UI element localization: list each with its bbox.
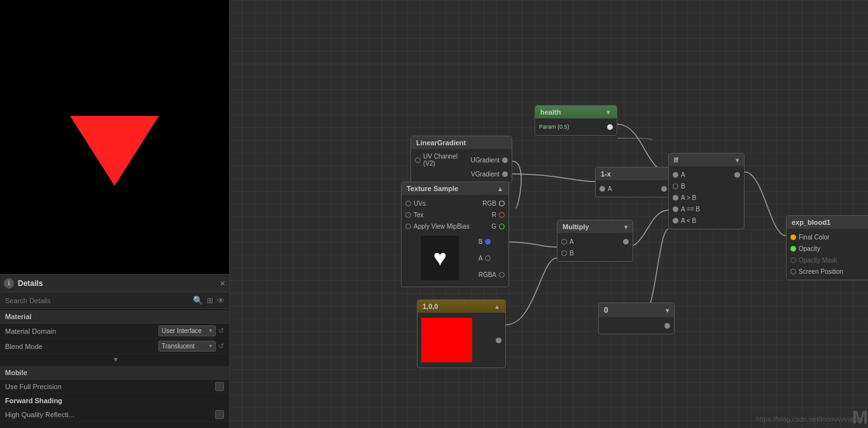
use-full-precision-checkbox[interactable] bbox=[215, 382, 224, 391]
node-health-header: health ▼ bbox=[535, 106, 617, 118]
material-domain-label: Material Domain bbox=[5, 327, 158, 335]
pin-uvchannel-left: UV Channel (V2) bbox=[415, 153, 470, 167]
eye-icon[interactable]: 👁 bbox=[215, 296, 227, 305]
pin-if-alb-in bbox=[673, 218, 678, 224]
pin-b-out bbox=[485, 239, 491, 245]
collapse-arrow[interactable]: ▼ bbox=[113, 356, 119, 363]
use-full-precision-row: Use Full Precision bbox=[0, 380, 229, 394]
node-color100-expand[interactable]: ▲ bbox=[494, 303, 500, 310]
node-health-title: health bbox=[540, 108, 561, 116]
forward-shading-label: Forward Shading bbox=[5, 397, 224, 404]
node-lineargradient[interactable]: LinearGradient UV Channel (V2) UGradient… bbox=[410, 136, 512, 183]
node-texturesample-title: Texture Sample bbox=[407, 185, 458, 192]
forward-shading-section: Forward Shading bbox=[0, 394, 229, 408]
node-health-subtitle: Param (0.5) bbox=[539, 124, 570, 130]
node-texturesample-body: UVs RGB Tex R Ap bbox=[402, 195, 508, 287]
use-full-precision-label: Use Full Precision bbox=[5, 383, 215, 390]
pin-tex-row: Tex R bbox=[402, 209, 508, 220]
material-domain-value: User Interface Surface Deferred Decal ↺ bbox=[158, 325, 224, 336]
material-domain-reset[interactable]: ↺ bbox=[218, 327, 224, 335]
color100-preview-row bbox=[417, 315, 505, 365]
pin-ugradient-out bbox=[502, 157, 508, 163]
pin-rgba-out bbox=[499, 272, 505, 278]
node-expblood1-body: Final Color Opacity Opacity Mask Screen … bbox=[787, 229, 868, 280]
pin-tex bbox=[405, 212, 411, 218]
color-preview-red bbox=[421, 318, 472, 362]
pin-oneminusx-out bbox=[661, 186, 667, 192]
blend-mode-select[interactable]: Translucent Opaque Masked bbox=[158, 341, 216, 352]
pin-oneminusx-a-in bbox=[599, 186, 605, 192]
node-expblood1-header: exp_blood1 bbox=[787, 216, 868, 229]
node-multiply-body: A B bbox=[557, 233, 633, 261]
blend-mode-select-wrapper[interactable]: Translucent Opaque Masked bbox=[158, 341, 216, 352]
pin-opacitymask-row: Opacity Mask bbox=[787, 254, 868, 266]
node-zero-body bbox=[599, 317, 674, 334]
search-icon[interactable]: 🔍 bbox=[191, 296, 205, 305]
node-zero-expand[interactable]: ▾ bbox=[666, 307, 669, 314]
pin-b-a-rgba: B A RGBA bbox=[479, 233, 505, 283]
connections-svg bbox=[229, 0, 868, 428]
node-if-header: If ▾ bbox=[669, 153, 744, 166]
mobile-section-header: Mobile bbox=[0, 366, 229, 380]
pin-finalcolor-in bbox=[790, 234, 796, 240]
node-color100-header: 1,0,0 ▲ bbox=[417, 300, 505, 313]
high-quality-reflect-checkbox[interactable] bbox=[215, 410, 224, 419]
pin-ugradient-right: UGradient bbox=[470, 157, 508, 164]
node-oneminusx-body: A bbox=[596, 180, 671, 197]
pin-mipbias bbox=[405, 224, 411, 229]
blend-mode-row: Blend Mode Translucent Opaque Masked ↺ bbox=[0, 339, 229, 354]
search-input[interactable] bbox=[3, 297, 191, 304]
preview-triangle bbox=[70, 116, 159, 186]
pin-if-aeqb-in bbox=[673, 206, 678, 212]
texture-preview: ♥ bbox=[421, 236, 459, 280]
pin-vgradient-out bbox=[502, 171, 508, 177]
pin-opacity-row: Opacity bbox=[787, 243, 868, 254]
pin-if-agb-row: A > B bbox=[669, 192, 744, 203]
details-content: Material Material Domain User Interface … bbox=[0, 309, 229, 428]
pin-opacitymask-in bbox=[790, 257, 796, 263]
pin-multiply-out bbox=[623, 239, 629, 245]
pin-oneminusx-a-row: A bbox=[596, 183, 671, 194]
node-texturesample[interactable]: Texture Sample ▲ UVs RGB Tex bbox=[401, 182, 509, 287]
watermark-letter: M bbox=[852, 406, 868, 428]
pin-finalcolor-row: Final Color bbox=[787, 231, 868, 243]
close-button[interactable]: × bbox=[220, 278, 225, 289]
material-domain-select-wrapper[interactable]: User Interface Surface Deferred Decal bbox=[158, 325, 216, 336]
pin-a-out bbox=[485, 255, 491, 261]
pin-multiply-a-row: A bbox=[557, 236, 633, 247]
pin-if-alb-row: A < B bbox=[669, 215, 744, 226]
node-if-title: If bbox=[674, 156, 678, 164]
material-section-header: Material bbox=[0, 310, 229, 324]
node-color100-body bbox=[417, 313, 505, 367]
material-domain-select[interactable]: User Interface Surface Deferred Decal bbox=[158, 325, 216, 336]
node-expblood1[interactable]: exp_blood1 Final Color Opacity Opacity M… bbox=[786, 215, 868, 280]
pin-if-agb-in bbox=[673, 195, 678, 201]
grid-icon[interactable]: ⊞ bbox=[205, 296, 215, 305]
node-texturesample-header: Texture Sample ▲ bbox=[402, 182, 508, 195]
node-color100[interactable]: 1,0,0 ▲ bbox=[417, 299, 506, 368]
texture-preview-area: ♥ B A RGBA bbox=[402, 232, 508, 284]
watermark: https://blog.csdn.net/innovvvvation bbox=[756, 415, 863, 423]
pin-rgb-out bbox=[499, 201, 505, 206]
node-oneminusx[interactable]: 1-x A bbox=[595, 167, 671, 197]
details-header: ℹ Details × bbox=[0, 275, 229, 292]
pin-opacity-in bbox=[790, 246, 796, 252]
node-graph[interactable]: health ▼ Param (0.5) LinearGradient UV C… bbox=[229, 0, 868, 428]
pin-screenpos-row: Screen Position bbox=[787, 266, 868, 277]
pin-multiply-a-in bbox=[561, 239, 567, 245]
pin-if-aeqb-row: A == B bbox=[669, 203, 744, 215]
node-if[interactable]: If ▾ A B A > bbox=[668, 153, 745, 229]
node-if-expand[interactable]: ▾ bbox=[736, 157, 739, 164]
node-zero[interactable]: 0 ▾ bbox=[598, 303, 675, 334]
node-multiply-expand[interactable]: ▾ bbox=[624, 224, 627, 231]
node-zero-title: 0 bbox=[604, 306, 608, 315]
node-health-expand[interactable]: ▼ bbox=[605, 109, 612, 116]
node-texturesample-expand[interactable]: ▲ bbox=[497, 185, 503, 192]
node-health[interactable]: health ▼ Param (0.5) bbox=[535, 105, 617, 136]
node-health-body: Param (0.5) bbox=[535, 118, 617, 135]
watermark-url: https://blog.csdn.net/innovvvvation bbox=[756, 415, 863, 423]
node-multiply[interactable]: Multiply ▾ A B bbox=[557, 220, 633, 262]
pin-uvchannel bbox=[415, 157, 421, 163]
details-title: Details bbox=[18, 279, 216, 288]
blend-mode-reset[interactable]: ↺ bbox=[218, 342, 224, 350]
